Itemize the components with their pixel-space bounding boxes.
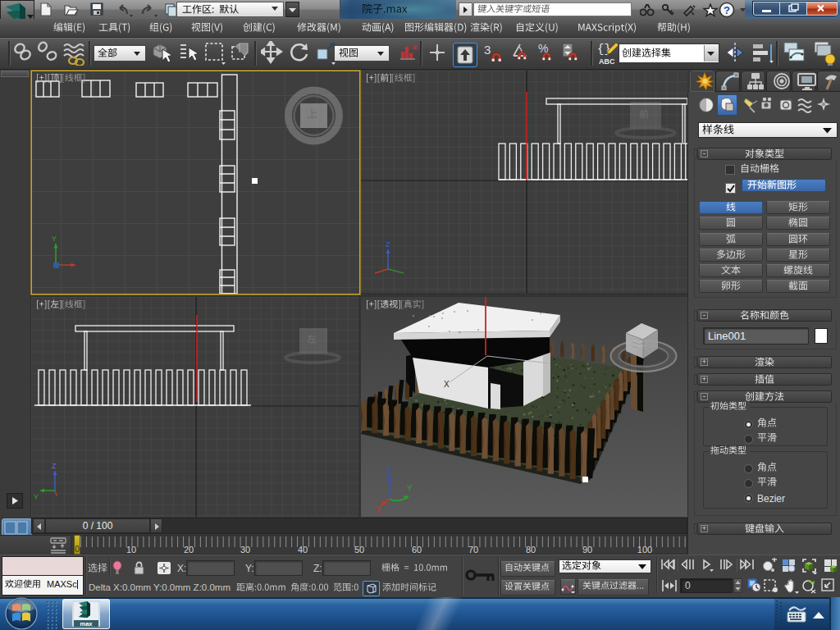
svg-text:Y: Y	[407, 484, 413, 493]
svg-text:Y: Y	[34, 493, 39, 501]
svg-text:3: 3	[484, 43, 491, 57]
svg-text:Z: Z	[386, 240, 390, 249]
svg-text:?: ?	[724, 4, 730, 16]
svg-text:Z: Z	[386, 466, 391, 475]
svg-text:X: X	[444, 380, 450, 389]
svg-text:ABC: ABC	[599, 57, 615, 66]
svg-text:Y: Y	[52, 235, 57, 243]
svg-text:X: X	[376, 505, 381, 514]
svg-text:max: max	[80, 620, 93, 628]
svg-text:Z: Z	[52, 462, 57, 470]
